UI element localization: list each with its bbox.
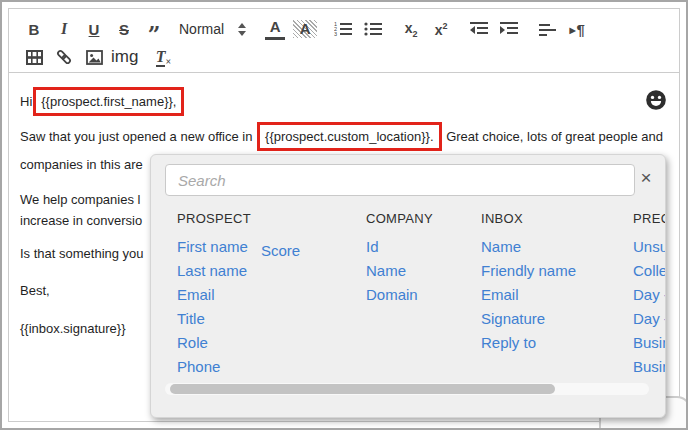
column-preconfigured: PRECO Unsub Collea Day + Day - 1 Busin B… [633,211,666,379]
field-name[interactable]: Name [366,259,466,283]
highlight-color-button[interactable]: A [290,17,320,41]
signature-merge-tag-line: {{inbox.signature}} [20,318,126,339]
dropdown-arrows-icon [238,23,246,36]
paragraph-format-dropdown[interactable]: Normal [179,21,246,37]
column-inbox: INBOX Name Friendly name Email Signature… [481,211,611,355]
field-id[interactable]: Id [366,235,466,259]
merge-field-popup: × PROSPECT First name Last name Email Ti… [150,154,666,418]
field-title[interactable]: Title [177,307,347,331]
indent-button[interactable] [494,17,524,41]
underline-button[interactable]: U [79,17,109,41]
pitch-line-2: increase in conversio [20,210,142,231]
field-reply-to[interactable]: Reply to [481,331,611,355]
field-day-plus[interactable]: Day + [633,283,666,307]
column-header: PROSPECT [177,211,347,226]
format-selected-label: Normal [179,21,224,37]
subscript-icon: x2 [405,20,418,39]
clear-formatting-icon: T× [156,48,171,67]
svg-text:3: 3 [334,31,337,37]
question-line: Is that something you [20,243,144,264]
bold-button[interactable]: B [19,17,49,41]
align-icon [539,22,556,36]
toolbar-row-1: B I U S ” Normal A A [19,15,669,43]
subscript-button[interactable]: x2 [396,17,426,41]
search-input[interactable] [165,164,635,196]
column-header: COMPANY [366,211,466,226]
img-button[interactable]: img [109,45,140,69]
field-colleague[interactable]: Collea [633,259,666,283]
superscript-button[interactable]: x2 [426,17,456,41]
ordered-list-button[interactable]: 123 [328,17,358,41]
first-name-merge-tag[interactable]: {{prospect.first_name}}, [33,87,184,116]
text-color-icon: A [265,19,285,40]
text-direction-button[interactable]: ▶¶ [562,17,592,41]
video-button[interactable] [19,45,49,69]
field-business-1[interactable]: Busin [633,331,666,355]
link-icon [55,48,73,66]
align-button[interactable] [532,17,562,41]
field-inbox-name[interactable]: Name [481,235,611,259]
strikethrough-button[interactable]: S [109,17,139,41]
editor-toolbar: B I U S ” Normal A A [9,9,679,73]
indent-icon [500,21,518,37]
field-domain[interactable]: Domain [366,283,466,307]
greeting-line: Hi{{prospect.first_name}}, [20,87,185,116]
close-button[interactable]: × [635,167,657,189]
image-button[interactable] [79,45,109,69]
outdent-icon [470,21,488,37]
toolbar-row-2: img T× [19,43,669,71]
field-role[interactable]: Role [177,331,347,355]
outdent-button[interactable] [464,17,494,41]
smiley-icon [644,88,668,112]
bullet-list-button[interactable] [358,17,388,41]
custom-location-merge-tag[interactable]: {{prospect.custom_location}}. [257,122,441,151]
image-icon [86,50,103,65]
link-button[interactable] [49,45,79,69]
column-header: INBOX [481,211,611,226]
italic-button[interactable]: I [49,17,79,41]
highlight-color-icon: A [293,20,317,38]
office-line-post: Great choice, lots of great people and [446,129,663,144]
pitch-line-1: We help companies l [20,189,140,210]
field-friendly-name[interactable]: Friendly name [481,259,611,283]
clear-formatting-button[interactable]: T× [148,45,178,69]
text-direction-icon: ▶¶ [569,21,585,38]
horizontal-scrollbar-track[interactable] [165,383,649,395]
office-line-wrap: companies in this are [20,154,143,175]
field-day-minus[interactable]: Day - 1 [633,307,666,331]
office-line-pre: Saw that you just opened a new office in [20,129,252,144]
text-color-button[interactable]: A [260,17,290,41]
column-header: PRECO [633,211,666,226]
field-signature[interactable]: Signature [481,307,611,331]
blockquote-button[interactable]: ” [139,17,169,41]
ordered-list-icon: 123 [334,21,352,37]
field-email[interactable]: Email [177,283,347,307]
horizontal-scrollbar-thumb[interactable] [170,384,555,394]
video-icon [26,50,43,65]
column-prospect: PROSPECT First name Last name Email Titl… [177,211,347,379]
emoji-picker-button[interactable] [644,88,668,112]
column-company: COMPANY Id Name Domain [366,211,466,307]
field-phone[interactable]: Phone [177,355,347,379]
office-line: Saw that you just opened a new office in… [20,122,663,151]
bullet-list-icon [364,21,382,37]
field-business-2[interactable]: Busin [633,355,666,379]
field-unsubscribe[interactable]: Unsub [633,235,666,259]
signoff-line: Best, [20,280,50,301]
field-inbox-email[interactable]: Email [481,283,611,307]
greeting-prefix: Hi [20,94,32,109]
editor-window: B I U S ” Normal A A [0,0,688,430]
field-score[interactable]: Score [261,239,300,263]
superscript-icon: x2 [435,21,448,38]
